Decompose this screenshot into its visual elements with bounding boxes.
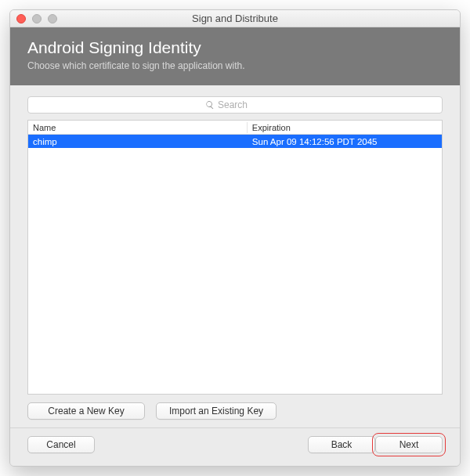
- search-field[interactable]: [27, 96, 443, 114]
- dialog-content: Name Expiration chimp Sun Apr 09 14:12:5…: [10, 85, 460, 427]
- titlebar: Sign and Distribute: [10, 10, 460, 27]
- header-title: Android Signing Identity: [27, 38, 443, 57]
- create-key-button[interactable]: Create a New Key: [27, 402, 145, 420]
- back-button[interactable]: Back: [308, 436, 375, 453]
- table-header: Name Expiration: [28, 121, 442, 135]
- dialog-header: Android Signing Identity Choose which ce…: [10, 27, 460, 85]
- cell-expiration: Sun Apr 09 14:12:56 PDT 2045: [248, 136, 442, 147]
- next-button-highlight: Next: [375, 436, 443, 453]
- column-expiration[interactable]: Expiration: [248, 122, 442, 133]
- table-row[interactable]: chimp Sun Apr 09 14:12:56 PDT 2045: [28, 135, 442, 148]
- import-key-button[interactable]: Import an Existing Key: [156, 402, 277, 420]
- cancel-button[interactable]: Cancel: [27, 436, 95, 453]
- search-input[interactable]: [218, 99, 265, 110]
- next-button[interactable]: Next: [375, 436, 443, 453]
- dialog-window: Sign and Distribute Android Signing Iden…: [9, 9, 461, 467]
- window-title: Sign and Distribute: [10, 13, 460, 24]
- certificate-table: Name Expiration chimp Sun Apr 09 14:12:5…: [27, 120, 443, 395]
- column-name[interactable]: Name: [28, 122, 248, 133]
- header-subtitle: Choose which certificate to sign the app…: [27, 60, 443, 71]
- dialog-footer: Cancel Back Next: [10, 427, 460, 466]
- key-actions: Create a New Key Import an Existing Key: [27, 402, 443, 420]
- search-icon: [205, 100, 215, 110]
- table-body[interactable]: chimp Sun Apr 09 14:12:56 PDT 2045: [28, 135, 442, 394]
- cell-name: chimp: [28, 136, 248, 147]
